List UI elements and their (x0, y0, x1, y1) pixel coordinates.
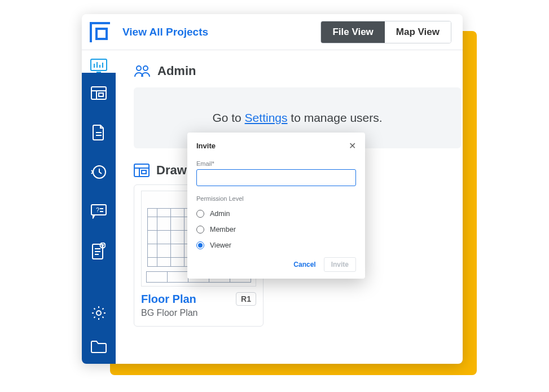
email-label: Email* (196, 160, 356, 167)
svg-point-22 (96, 311, 101, 315)
nav-history-icon[interactable] (89, 162, 109, 182)
radio-icon (196, 210, 204, 218)
nav-plans-icon[interactable] (89, 83, 109, 103)
drawing-card-title: Floor Plan (141, 293, 196, 306)
settings-link[interactable]: Settings (245, 111, 288, 124)
nav-settings-icon[interactable] (89, 303, 109, 323)
admin-banner-suffix: to manage users. (288, 111, 383, 124)
view-toggle: File View Map View (320, 21, 451, 43)
admin-banner-prefix: Go to (212, 111, 244, 124)
permission-option-viewer[interactable]: Viewer (196, 241, 356, 249)
invite-button[interactable]: Invite (324, 257, 356, 272)
close-icon[interactable]: ✕ (349, 140, 356, 151)
cancel-button[interactable]: Cancel (293, 261, 315, 268)
permission-option-member[interactable]: Member (196, 226, 356, 234)
svg-rect-0 (91, 59, 107, 71)
svg-text:?: ? (96, 206, 99, 213)
permission-option-label: Viewer (210, 241, 231, 249)
permission-group: Admin Member Viewer (196, 210, 356, 249)
map-view-tab[interactable]: Map View (385, 21, 451, 43)
drawing-revision-badge: R1 (236, 292, 256, 306)
permission-option-admin[interactable]: Admin (196, 210, 356, 218)
modal-title: Invite (196, 142, 216, 150)
invite-modal: Invite ✕ Email* Permission Level Admin M… (187, 133, 365, 279)
nav-checklist-icon[interactable] (89, 241, 109, 261)
email-field[interactable] (196, 169, 356, 186)
nav-document-icon[interactable] (89, 122, 109, 143)
nav-help-chat-icon[interactable]: ? (89, 201, 109, 222)
admin-title: Admin (157, 64, 196, 78)
users-icon (134, 64, 151, 78)
svg-point-23 (137, 66, 141, 71)
permission-option-label: Member (210, 226, 236, 234)
sidebar: ? (82, 76, 116, 364)
permission-label: Permission Level (196, 195, 356, 202)
svg-rect-9 (99, 93, 103, 96)
nav-folder-icon[interactable] (89, 337, 109, 357)
app-logo-icon (90, 22, 110, 42)
file-view-tab[interactable]: File View (321, 21, 384, 43)
radio-icon (196, 226, 204, 234)
svg-rect-28 (142, 170, 146, 174)
permission-option-label: Admin (210, 210, 230, 218)
drawing-card-subtitle: BG Floor Plan (141, 308, 256, 318)
svg-point-24 (143, 66, 148, 71)
topbar: View All Projects File View Map View (82, 14, 463, 50)
drawings-icon (134, 164, 150, 177)
radio-icon (196, 241, 204, 249)
view-all-projects-link[interactable]: View All Projects (122, 26, 208, 38)
